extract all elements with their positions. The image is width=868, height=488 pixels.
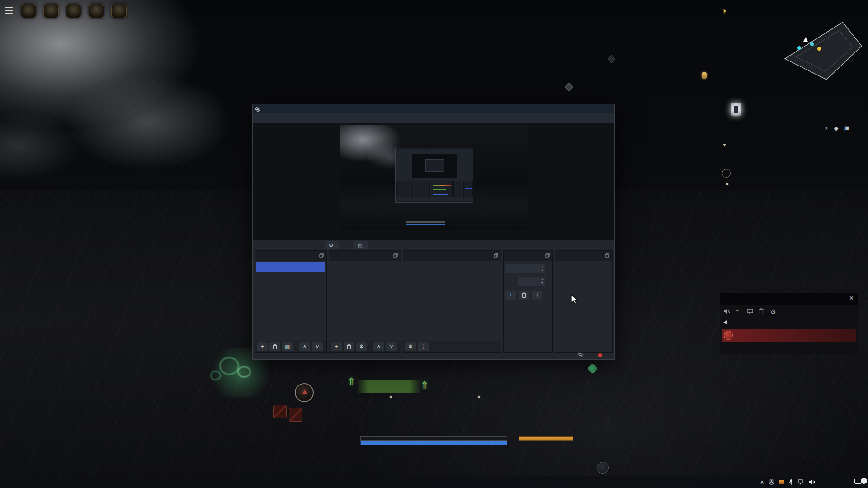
scenes-panel: + ▨ ∧ ∨: [255, 250, 327, 353]
sources-toolbar: + ⚙ ∧ ∨: [329, 341, 401, 352]
mixer-menu-button[interactable]: ⋮: [418, 342, 429, 351]
transitions-panel: ▲▼ ▲▼ + ⋮: [503, 250, 553, 353]
add-scene-button[interactable]: +: [257, 342, 268, 351]
transition-select[interactable]: ▲▼: [505, 264, 545, 273]
maximize-button[interactable]: [587, 104, 600, 113]
windows-taskbar: ∧: [0, 476, 868, 488]
popout-icon[interactable]: [605, 251, 609, 261]
popout-icon[interactable]: [494, 251, 498, 261]
chat-bubble-icon[interactable]: [747, 308, 753, 315]
obs-source-toolbar: ⚙ ▨: [253, 240, 614, 250]
stream-health-icon: [577, 352, 584, 358]
heal-arrow-icon: ⇑: [347, 376, 355, 388]
gear-icon: ⚙: [329, 242, 333, 249]
obs-tray-icon[interactable]: [769, 479, 774, 485]
quest-bullet: ●: [726, 181, 729, 187]
preview-nested-obs: [395, 148, 473, 203]
minimap-tools: × ◆ ▣: [825, 125, 850, 131]
list-icon[interactable]: ≡: [735, 308, 739, 315]
rec-dot-icon: [598, 353, 602, 357]
hud-topleft-icons: ☰: [5, 4, 127, 18]
popout-icon[interactable]: [545, 251, 550, 261]
remove-scene-button[interactable]: [269, 342, 280, 351]
boss-hp-bar: [360, 436, 507, 441]
transition-menu-button[interactable]: ⋮: [532, 291, 542, 300]
zone-label: [763, 7, 769, 15]
combat-stats-header[interactable]: [720, 293, 858, 305]
source-down-button[interactable]: ∨: [386, 342, 397, 351]
transitions-header[interactable]: [504, 251, 552, 261]
scene-up-button[interactable]: ∧: [299, 342, 310, 351]
axe-skill-icon[interactable]: [273, 405, 287, 418]
mixer-header[interactable]: [403, 251, 501, 261]
screen: ☰ ☀ × ◆ ▣ ▾ ● × ≡: [0, 0, 868, 488]
hud-ornament-5[interactable]: [111, 4, 127, 18]
quest-collapse-icon[interactable]: ▾: [723, 141, 726, 148]
tray-expand-icon[interactable]: ∧: [760, 479, 764, 485]
quest-arrow-icon[interactable]: [722, 169, 731, 178]
add-transition-button[interactable]: +: [505, 291, 516, 300]
obs-titlebar[interactable]: [253, 104, 614, 113]
source-properties-button[interactable]: ⚙: [356, 342, 367, 351]
spinner-icons[interactable]: ▲▼: [539, 277, 545, 286]
rec-time: [598, 353, 604, 358]
preview-frame: [340, 125, 528, 230]
scene-item-selected[interactable]: [256, 262, 326, 272]
codex-icon[interactable]: [295, 383, 314, 402]
add-source-button[interactable]: +: [331, 342, 342, 351]
axe-skill-icon[interactable]: [289, 408, 302, 422]
sources-header[interactable]: [329, 251, 401, 261]
filter-prev-icon[interactable]: ◀: [723, 319, 727, 325]
menu-icon[interactable]: ☰: [5, 4, 14, 18]
obs-preview-area[interactable]: [253, 123, 614, 240]
controls-panel: [555, 250, 613, 353]
trash-icon[interactable]: [759, 308, 764, 315]
mixer-toolbar: ⚙ ⋮: [403, 341, 501, 352]
hud-ornament-3[interactable]: [66, 4, 81, 18]
near-heal-banner: [356, 380, 421, 393]
controls-header[interactable]: [555, 251, 612, 261]
taskbar-clock[interactable]: [825, 479, 851, 485]
obs-window[interactable]: ⚙ ▨ + ▨ ∧ ∨ + ⚙ ∧: [252, 104, 615, 360]
scenes-header[interactable]: [255, 251, 326, 261]
source-up-button[interactable]: ∧: [373, 342, 384, 351]
hud-ornament-4[interactable]: [89, 4, 104, 18]
app-tray-icon[interactable]: [779, 480, 784, 484]
popout-icon[interactable]: [319, 251, 324, 261]
gear-icon[interactable]: ⚙: [770, 308, 776, 315]
close-icon[interactable]: ×: [849, 294, 854, 302]
minimap[interactable]: [771, 21, 864, 82]
mic-tray-icon[interactable]: [789, 479, 793, 485]
skill-mode-toggle[interactable]: [597, 462, 609, 474]
close-button[interactable]: [601, 104, 614, 113]
source-settings-button[interactable]: ⚙: [325, 241, 339, 249]
combat-stats-row[interactable]: [722, 329, 856, 342]
scene-filters-button[interactable]: ▨: [282, 342, 293, 351]
scene-down-button[interactable]: ∨: [312, 342, 323, 351]
notification-center[interactable]: [854, 477, 867, 487]
obs-logo-icon: [255, 107, 260, 112]
exit-portal-icon[interactable]: [731, 103, 741, 116]
map-expand-icon[interactable]: ▣: [844, 125, 850, 131]
popout-icon[interactable]: [393, 251, 398, 261]
remove-transition-button[interactable]: [519, 291, 529, 300]
mute-icon[interactable]: [723, 308, 730, 315]
hud-ornament-1[interactable]: [21, 4, 36, 18]
spinner-icons[interactable]: ▲▼: [539, 264, 545, 273]
obs-menubar: [253, 113, 614, 123]
lantern-icon: [702, 72, 707, 79]
class-badge-icon: [724, 331, 733, 340]
remove-source-button[interactable]: [344, 342, 354, 351]
notification-count: [861, 478, 867, 484]
volume-tray-icon[interactable]: [809, 479, 815, 485]
map-close-icon[interactable]: ×: [825, 125, 828, 131]
network-tray-icon[interactable]: [798, 479, 804, 485]
mixer-settings-button[interactable]: ⚙: [405, 342, 416, 351]
map-diamond-icon[interactable]: ◆: [834, 125, 839, 131]
hud-ornament-2[interactable]: [43, 4, 59, 18]
transitions-toolbar: + ⋮: [505, 291, 542, 300]
duration-input[interactable]: ▲▼: [518, 277, 545, 286]
minimize-button[interactable]: [573, 104, 586, 113]
source-filters-button[interactable]: ▨: [354, 241, 368, 249]
shield-bar: [360, 441, 507, 445]
